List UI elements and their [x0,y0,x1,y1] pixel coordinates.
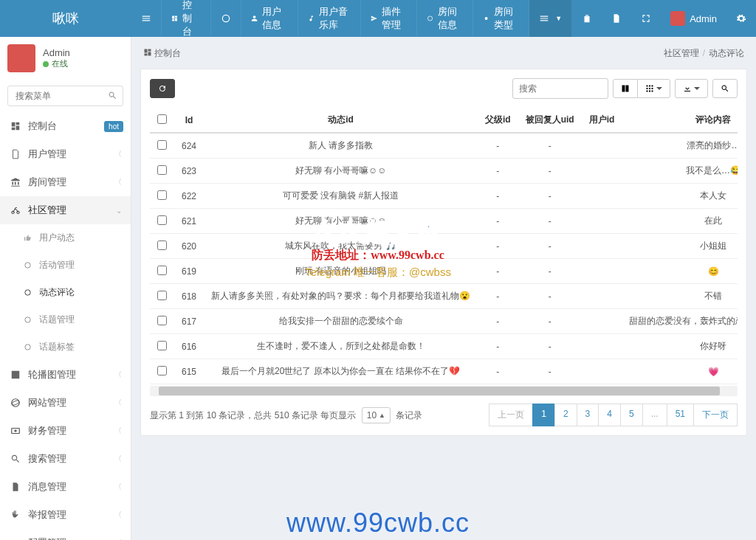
cell-id: 617 [174,309,204,334]
topnav-user[interactable]: 用户信息 [241,0,298,37]
sidebar-item-用户动态[interactable]: 用户动态 [0,224,131,252]
topnav-room[interactable]: 房间信息 [417,0,473,37]
topnav-more[interactable]: ▼ [529,0,572,37]
row-checkbox[interactable] [157,266,167,275]
menu-search [7,86,123,106]
row-checkbox[interactable] [157,291,167,300]
circle-o-icon [24,261,32,269]
row-checkbox[interactable] [157,165,167,175]
top-file[interactable] [602,0,631,37]
page-size-select[interactable]: 10 ▲ [362,407,391,423]
page-3[interactable]: 3 [577,404,599,426]
sidebar: Admin 在线 控制台hot用户管理〈房间管理〈社区管理⌄用户动态活动管理动态… [0,37,131,540]
cell-ruid: - [518,359,582,384]
col-header[interactable]: 动态id [204,108,478,133]
row-checkbox[interactable] [157,316,167,325]
cell-dyn: 新人 请多多指教 [204,133,478,159]
sidebar-item-搜索管理[interactable]: 搜索管理〈 [0,445,131,473]
breadcrumb-row: 控制台 社区管理/动态评论 [140,46,747,69]
sidebar-item-话题管理[interactable]: 话题管理 [0,306,131,333]
topnav-dashboard[interactable]: 控制台 [162,0,211,37]
sidebar-menu: 控制台hot用户管理〈房间管理〈社区管理⌄用户动态活动管理动态评论话题管理话题标… [0,112,131,540]
col-header[interactable]: 评论内容 [622,108,738,133]
cell-pid: - [478,359,518,384]
toggle-sidebar[interactable] [131,0,162,37]
col-header[interactable]: 用户id [582,108,622,133]
col-header[interactable]: Id [174,108,204,133]
table-row: 615 最后一个月就20世纪了 原本以为你会一直在 结果你不在了💔 - - 💗 … [150,359,738,384]
sidebar-item-财务管理[interactable]: 财务管理〈 [0,417,131,445]
top-user[interactable]: Admin [661,0,726,37]
table-search-button[interactable] [712,79,738,98]
menu-search-input[interactable] [7,86,123,106]
page-51[interactable]: 51 [667,404,694,426]
download-icon [683,84,692,93]
view-columns[interactable] [613,79,638,98]
cell-comment: 我不是么…😂 [622,159,738,184]
sidebar-item-用户管理[interactable]: 用户管理〈 [0,140,131,168]
sidebar-item-社区管理[interactable]: 社区管理⌄ [0,196,131,224]
sidebar-item-消息管理[interactable]: 消息管理〈 [0,473,131,501]
table-row: 621 好无聊 有小哥哥嘛☺☺ - - 在此 0 [150,209,738,234]
cell-pid: - [478,334,518,359]
topnav-circle[interactable] [211,0,241,37]
sidebar-item-轮播图管理[interactable]: 轮播图管理〈 [0,361,131,389]
page-...[interactable]: ... [642,404,667,426]
cell-id: 622 [174,184,204,209]
chevron-left-icon: 〈 [114,482,122,492]
export-button[interactable] [675,79,708,98]
page-1[interactable]: 1 [532,404,555,426]
table-search-input[interactable] [512,78,608,99]
row-checkbox[interactable] [157,215,167,225]
sidebar-item-控制台[interactable]: 控制台hot [0,112,131,140]
top-trash[interactable] [572,0,602,37]
cell-dyn: 新人请多多关照，有处对象的吗？要求：每个月都要给我道礼物😮 [204,284,478,309]
topnav-roomtype[interactable]: 房间类型 [473,0,529,37]
cell-id: 618 [174,284,204,309]
row-checkbox[interactable] [157,366,167,375]
page-4[interactable]: 4 [598,404,621,426]
select-all-checkbox[interactable] [157,114,167,124]
page-上一页[interactable]: 上一页 [489,404,533,426]
cell-id: 619 [174,259,204,284]
sidebar-item-活动管理[interactable]: 活动管理 [0,252,131,279]
refresh-button[interactable] [150,79,175,98]
topnav-plugin[interactable]: 插件管理 [361,0,417,37]
pagination: 上一页12345...51下一页 [489,404,738,426]
sidebar-item-配置管理[interactable]: 配置管理〈 [0,529,131,540]
circle-o-icon [24,316,32,324]
search-icon[interactable] [108,91,117,103]
row-checkbox[interactable] [157,140,167,150]
cell-comment: 你好呀 [622,334,738,359]
sidebar-item-动态评论[interactable]: 动态评论 [0,279,131,306]
logo[interactable]: 啾咪 [0,10,131,27]
cell-id: 620 [174,234,204,259]
topnav-music[interactable]: 用户音乐库 [298,0,361,37]
row-checkbox[interactable] [157,240,167,250]
col-header[interactable] [150,108,174,133]
horizontal-scrollbar[interactable] [150,386,738,396]
cell-ruid: - [518,159,582,184]
row-checkbox[interactable] [157,190,167,200]
breadcrumb-home[interactable]: 控制台 [143,47,181,60]
cell-ruid: - [518,133,582,159]
sidebar-item-网站管理[interactable]: 网站管理〈 [0,389,131,417]
page-2[interactable]: 2 [554,404,577,426]
hot-badge: hot [104,121,123,132]
sidebar-item-房间管理[interactable]: 房间管理〈 [0,168,131,196]
view-toggle [613,79,670,98]
page-icon [10,149,21,159]
page-下一页[interactable]: 下一页 [693,404,738,426]
col-header[interactable]: 被回复人uid [518,108,582,133]
user-panel: Admin 在线 [0,37,131,80]
top-cog[interactable] [726,0,756,37]
cell-comment: 本人女 [622,184,738,209]
view-grid[interactable] [637,79,670,98]
page-5[interactable]: 5 [620,404,643,426]
sidebar-item-话题标签[interactable]: 话题标签 [0,333,131,361]
scrollbar-thumb[interactable] [159,387,720,395]
col-header[interactable]: 父级id [478,108,518,133]
top-expand[interactable] [631,0,661,37]
sidebar-item-举报管理[interactable]: 举报管理〈 [0,501,131,529]
row-checkbox[interactable] [157,341,167,350]
